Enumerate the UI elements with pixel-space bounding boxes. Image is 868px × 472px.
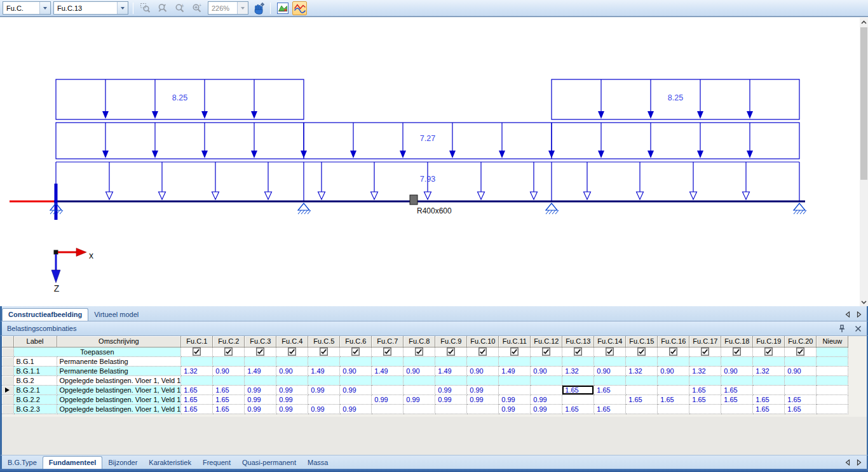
grid-cell-nieuw[interactable] — [817, 356, 848, 366]
grid-cell-fuc4[interactable] — [276, 356, 308, 366]
apply-checkbox-cell-fuc13[interactable] — [562, 347, 594, 356]
apply-checkbox-cell-fuc18[interactable] — [721, 347, 753, 356]
grid-cell-fuc14[interactable]: 1.65 — [594, 404, 626, 414]
grid-cell-fuc7[interactable]: 1.49 — [372, 366, 403, 375]
scroll-up-button[interactable] — [860, 18, 868, 27]
grid-cell-fuc7[interactable] — [372, 375, 403, 385]
grid-cell-fuc2[interactable]: 1.65 — [213, 385, 245, 394]
grid-cell-fuc20[interactable] — [785, 375, 817, 385]
column-header-fuc16[interactable]: Fu.C.16 — [658, 336, 689, 347]
grid-cell-fuc5[interactable] — [308, 356, 340, 366]
column-header-label[interactable]: Label — [13, 336, 57, 347]
checkbox-checked-icon[interactable] — [320, 347, 328, 356]
selection-handle[interactable] — [410, 195, 417, 205]
grid-cell-fuc8[interactable] — [403, 385, 435, 394]
column-header-fuc8[interactable]: Fu.C.8 — [403, 336, 435, 347]
column-header-fuc17[interactable]: Fu.C.17 — [689, 336, 721, 347]
grid-cell-fuc9[interactable] — [435, 356, 467, 366]
grid-cell-fuc19[interactable] — [753, 356, 785, 366]
grid-cell-fuc2[interactable] — [213, 356, 245, 366]
grid-cell-fuc10[interactable] — [467, 356, 499, 366]
apply-checkbox-cell-fuc15[interactable] — [626, 347, 658, 356]
grid-cell-fuc9[interactable] — [435, 375, 467, 385]
grid-cell-fuc9[interactable]: 0.99 — [435, 394, 467, 404]
row-selector-header[interactable] — [2, 336, 13, 347]
grid-cell-fuc20[interactable] — [785, 356, 817, 366]
row-selector[interactable] — [2, 356, 13, 366]
grid-cell-fuc17[interactable] — [689, 356, 721, 366]
combo-dropdown-button[interactable] — [39, 2, 50, 14]
checkbox-checked-icon[interactable] — [256, 347, 264, 356]
close-icon[interactable] — [855, 325, 862, 332]
grid-cell-fuc14[interactable] — [594, 375, 626, 385]
grid-cell-fuc13[interactable]: 1.32 — [562, 366, 594, 375]
apply-checkbox-cell-fuc17[interactable] — [689, 347, 721, 356]
apply-checkbox-cell-fuc3[interactable] — [245, 347, 276, 356]
results-view-button[interactable] — [292, 1, 307, 15]
grid-cell-fuc7[interactable] — [372, 404, 403, 414]
grid-cell-fuc19[interactable] — [753, 375, 785, 385]
apply-checkbox-cell-fuc6[interactable] — [340, 347, 372, 356]
checkbox-checked-icon[interactable] — [669, 347, 677, 356]
tab-frequent[interactable]: Frequent — [197, 457, 236, 469]
column-header-fuc11[interactable]: Fu.C.11 — [499, 336, 531, 347]
grid-cell-fuc20[interactable]: 1.65 — [785, 404, 817, 414]
apply-checkbox-cell-fuc4[interactable] — [276, 347, 308, 356]
grid-cell-fuc15[interactable] — [626, 385, 658, 394]
grid-cell-fuc9[interactable] — [435, 404, 467, 414]
grid-cell-fuc7[interactable] — [372, 385, 403, 394]
grid-cell-fuc20[interactable]: 1.65 — [785, 394, 817, 404]
grid-cell-fuc3[interactable]: 1.49 — [245, 366, 276, 375]
grid-cell-fuc18[interactable]: 1.65 — [721, 394, 753, 404]
tab-bijzonder[interactable]: Bijzonder — [102, 457, 143, 469]
apply-checkbox-cell-fuc8[interactable] — [403, 347, 435, 356]
grid-cell-fuc4[interactable] — [276, 375, 308, 385]
grid-cell-fuc19[interactable] — [753, 385, 785, 394]
column-header-fuc7[interactable]: Fu.C.7 — [372, 336, 403, 347]
grid-cell-fuc14[interactable] — [594, 394, 626, 404]
grid-cell-fuc7[interactable]: 0.99 — [372, 394, 403, 404]
grid-cell-fuc19[interactable]: 1.65 — [753, 394, 785, 404]
grid-cell-fuc3[interactable] — [245, 356, 276, 366]
tab-constructieafbeelding[interactable]: Constructieafbeelding — [2, 308, 88, 321]
grid-cell-fuc4[interactable]: 0.99 — [276, 385, 308, 394]
grid-cell-fuc2[interactable]: 1.65 — [213, 394, 245, 404]
grid-cell-fuc5[interactable] — [308, 394, 340, 404]
zoom-window-button[interactable] — [138, 1, 153, 15]
column-header-fuc13[interactable]: Fu.C.13 — [562, 336, 594, 347]
apply-checkbox-cell-fuc9[interactable] — [435, 347, 467, 356]
canvas-vertical-scrollbar[interactable] — [860, 18, 868, 306]
row-selector[interactable] — [2, 394, 13, 404]
tab-scroll-left-icon[interactable] — [845, 459, 850, 466]
drawing-canvas[interactable]: 8.258.257.277.93R400x600xZ — [0, 17, 868, 306]
zoom-percent-combo[interactable]: 226% — [208, 1, 248, 15]
grid-cell-fuc12[interactable] — [531, 375, 562, 385]
grid-cell-fuc5[interactable]: 1.49 — [308, 366, 340, 375]
grid-cell-fuc14[interactable] — [594, 356, 626, 366]
grid-cell-fuc2[interactable]: 1.65 — [213, 404, 245, 414]
grid-cell-fuc8[interactable] — [403, 404, 435, 414]
grid-cell-fuc19[interactable]: 1.65 — [753, 404, 785, 414]
grid-cell-fuc20[interactable]: 0.90 — [785, 366, 817, 375]
row-label[interactable]: B.G.2.2 — [13, 394, 57, 404]
grid-cell-nieuw[interactable] — [817, 404, 848, 414]
apply-checkbox-cell-fuc20[interactable] — [785, 347, 817, 356]
grid-cell-fuc1[interactable]: 1.65 — [181, 385, 213, 394]
apply-checkbox-cell-fuc12[interactable] — [531, 347, 562, 356]
column-header-fuc10[interactable]: Fu.C.10 — [467, 336, 499, 347]
grid-cell-fuc18[interactable]: 1.65 — [721, 385, 753, 394]
grid-cell-nieuw[interactable] — [817, 375, 848, 385]
grid-cell-fuc9[interactable]: 1.49 — [435, 366, 467, 375]
grid-cell-fuc10[interactable]: 0.90 — [467, 366, 499, 375]
apply-checkbox-cell-fuc10[interactable] — [467, 347, 499, 356]
grid-cell-fuc3[interactable]: 0.99 — [245, 404, 276, 414]
load-case-combo[interactable]: Fu.C.13 — [53, 1, 128, 15]
tab-karakteristiek[interactable]: Karakteristiek — [143, 457, 197, 469]
grid-cell-fuc8[interactable] — [403, 375, 435, 385]
column-header-nieuw[interactable]: Nieuw — [817, 336, 848, 347]
scrollbar-thumb[interactable] — [860, 27, 867, 180]
grid-cell-fuc13[interactable]: 1.65 — [562, 385, 594, 394]
grid-cell-fuc19[interactable]: 1.32 — [753, 366, 785, 375]
combo-dropdown-button[interactable] — [237, 2, 248, 14]
grid-cell-fuc8[interactable] — [403, 356, 435, 366]
